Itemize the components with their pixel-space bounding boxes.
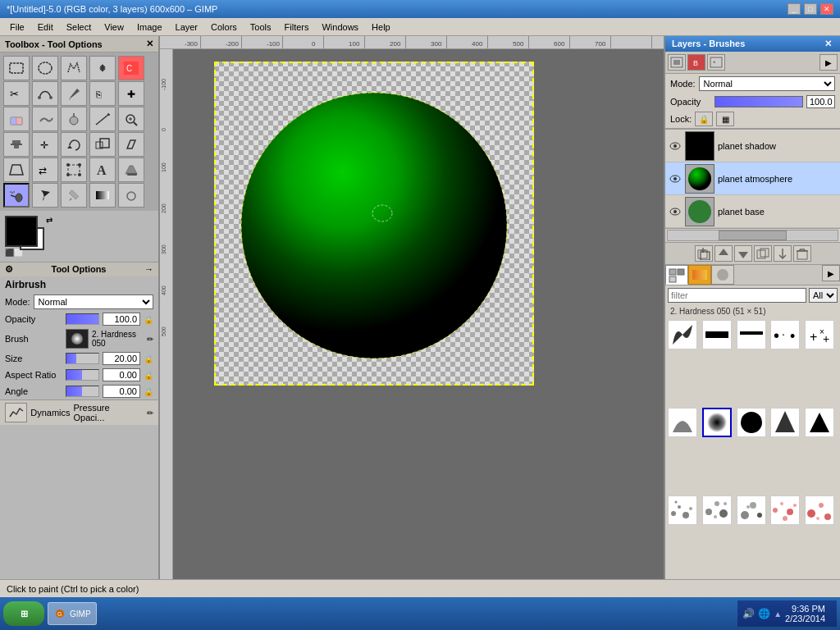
layer-icon1[interactable] <box>668 54 686 71</box>
brushes-filter-dropdown[interactable]: All <box>809 288 838 303</box>
menu-windows[interactable]: Windows <box>315 21 365 34</box>
eraser-tool[interactable] <box>3 107 30 131</box>
raise-layer-btn[interactable] <box>714 245 733 262</box>
menu-image[interactable]: Image <box>130 21 169 34</box>
paintbrush-tool[interactable] <box>61 81 87 106</box>
zoom-tool[interactable] <box>118 107 144 131</box>
new-layer-btn[interactable] <box>695 245 713 262</box>
close-button[interactable]: ✕ <box>820 3 833 15</box>
ink-tool[interactable] <box>32 183 58 208</box>
brush-item[interactable] <box>805 408 834 437</box>
layer-visibility-toggle[interactable] <box>669 205 682 218</box>
layer-item[interactable]: planet atmosphere <box>665 162 840 195</box>
tray-icon-3[interactable]: ▲ <box>774 609 782 619</box>
layer-icon3[interactable]: * <box>707 54 725 71</box>
brush-item[interactable] <box>737 495 766 525</box>
canvas-container[interactable] <box>214 62 534 386</box>
layers-scrollbar[interactable] <box>667 230 838 241</box>
brush-item[interactable]: +×+ <box>805 320 834 349</box>
color-picker-tool[interactable]: C <box>118 56 144 80</box>
brush-item[interactable] <box>668 495 697 525</box>
tool-options-icon[interactable]: ⚙ <box>5 264 13 275</box>
minimize-button[interactable]: _ <box>788 3 801 15</box>
color-select-tool[interactable] <box>89 56 116 80</box>
layer-visibility-toggle[interactable] <box>669 139 682 153</box>
menu-layer[interactable]: Layer <box>169 21 205 34</box>
brush-item[interactable] <box>702 495 732 525</box>
layer-item[interactable]: planet base <box>665 195 840 228</box>
tool-options-close[interactable]: → <box>144 264 153 275</box>
aspect-ratio-slider[interactable] <box>66 369 99 381</box>
align-tool[interactable] <box>3 132 30 157</box>
tray-icon-1[interactable]: 🔊 <box>742 608 755 619</box>
dodge-burn-tool[interactable] <box>61 107 87 131</box>
layer-item[interactable]: planet shadow <box>665 130 840 162</box>
measure-tool[interactable] <box>89 107 116 131</box>
canvas-viewport[interactable]: -100 0 100 200 300 400 500 <box>160 49 664 584</box>
lock-pixels-btn[interactable]: 🔒 <box>695 112 713 126</box>
free-select-tool[interactable] <box>61 56 87 80</box>
menu-filters[interactable]: Filters <box>278 21 316 34</box>
layers-mode-select[interactable]: Normal <box>699 76 835 91</box>
opacity-slider[interactable] <box>66 313 99 325</box>
tool-mode-select[interactable]: Normal <box>34 294 153 309</box>
move-tool[interactable]: ✛ <box>32 132 58 157</box>
brush-item[interactable] <box>737 320 766 349</box>
clone-tool[interactable]: ⎘ <box>89 81 116 106</box>
maximize-button[interactable]: □ <box>804 3 817 15</box>
canvas-area[interactable]: -300 -200 -100 0 100 200 300 400 500 600… <box>160 36 664 597</box>
size-slider[interactable] <box>66 353 99 364</box>
pencil-tool[interactable] <box>61 183 87 208</box>
duplicate-layer-btn[interactable] <box>754 245 772 262</box>
flip-tool[interactable]: ⇄ <box>32 158 58 182</box>
scale-tool[interactable] <box>89 132 116 157</box>
perspective-tool[interactable] <box>3 158 30 182</box>
shear-tool[interactable] <box>118 132 144 157</box>
scissors-tool[interactable]: ✂ <box>3 81 30 106</box>
heal-tool[interactable]: ✚ <box>118 81 144 106</box>
dodge-tool2[interactable] <box>118 183 144 208</box>
brush-edit-icon[interactable]: ✏ <box>147 335 153 344</box>
brush-item[interactable] <box>737 408 766 437</box>
bucket-fill-tool[interactable] <box>118 158 144 182</box>
menu-tools[interactable]: Tools <box>244 21 278 34</box>
cage-transform-tool[interactable] <box>61 158 87 182</box>
start-button[interactable]: ⊞ <box>3 601 44 626</box>
blend-tool[interactable] <box>89 183 116 208</box>
brush-item[interactable] <box>805 495 834 525</box>
rect-select-tool[interactable] <box>3 56 30 80</box>
lower-layer-btn[interactable] <box>734 245 752 262</box>
dynamics-icon[interactable] <box>5 403 27 422</box>
brush-item[interactable] <box>770 408 800 437</box>
opacity-lock-icon[interactable]: 🔒 <box>144 315 153 324</box>
tray-icon-2[interactable]: 🌐 <box>758 608 770 619</box>
airbrush-tool[interactable] <box>3 183 30 208</box>
brush-item-selected[interactable] <box>702 408 732 437</box>
menu-file[interactable]: File <box>3 21 31 34</box>
patterns-tab[interactable] <box>665 265 688 285</box>
angle-lock[interactable]: 🔒 <box>144 387 153 396</box>
layers-panel-close[interactable]: ✕ <box>822 39 833 49</box>
foreground-color[interactable] <box>5 216 38 247</box>
toolbox-close[interactable]: ✕ <box>146 39 153 49</box>
text-tool[interactable]: A <box>89 158 116 182</box>
brushes-options[interactable]: ▶ <box>822 265 840 281</box>
brushes-filter-input[interactable] <box>668 288 806 303</box>
menu-view[interactable]: View <box>98 21 130 34</box>
layer-icon2[interactable]: B <box>687 54 705 71</box>
brush-item[interactable]: •·• <box>770 320 800 349</box>
layer-visibility-toggle[interactable] <box>669 172 682 185</box>
anchor-layer-btn[interactable] <box>774 245 792 262</box>
delete-layer-btn[interactable] <box>793 245 811 262</box>
menu-edit[interactable]: Edit <box>31 21 60 34</box>
layers-opacity-slider[interactable] <box>714 96 803 107</box>
gradients-tab[interactable] <box>688 265 711 285</box>
lock-alpha-btn[interactable]: ▦ <box>716 112 734 126</box>
brush-item[interactable] <box>668 408 697 437</box>
menu-colors[interactable]: Colors <box>204 21 244 34</box>
layer-panel-options[interactable]: ▶ <box>819 54 838 71</box>
brush-preview[interactable] <box>66 329 89 349</box>
rotate-tool[interactable] <box>61 132 87 157</box>
taskbar-app-gimp[interactable]: G GIMP <box>48 602 97 625</box>
size-lock-icon[interactable]: 🔒 <box>144 354 153 363</box>
